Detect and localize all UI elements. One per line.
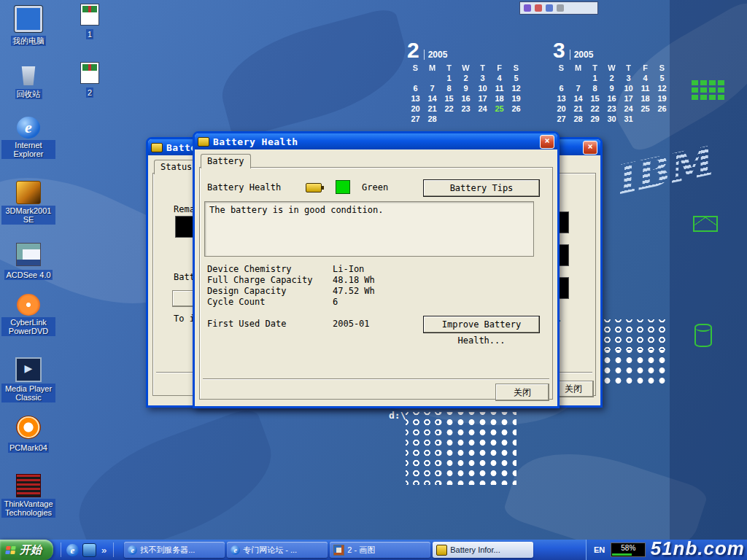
desktop-icon-powerdvd[interactable]: CyberLink PowerDVD <box>1 294 55 337</box>
calendar-day-header: T <box>441 63 457 73</box>
calendar-date: 7 <box>424 83 441 93</box>
calendar-date: 14 <box>424 93 441 104</box>
close-dialog-button[interactable]: 关闭 <box>495 384 549 401</box>
calendar-date: 8 <box>587 83 603 93</box>
desktop-icon-acdsee[interactable]: ACDSee 4.0 <box>1 243 55 281</box>
calendar-date: 9 <box>603 83 620 93</box>
calendar-date: 28 <box>570 114 587 124</box>
battery-health-tabpage: Battery Health Green Battery Tips The ba… <box>199 167 553 400</box>
language-indicator[interactable]: EN <box>594 545 605 554</box>
detail-row: Device Chemistry Li-Ion <box>207 264 528 275</box>
taskbar-task-2[interactable]: 2 - 画图 <box>330 542 430 558</box>
task-buttons: e找不到服务器...e专门网论坛 - ...2 - 画图Battery Info… <box>121 542 533 558</box>
calendar-date: 9 <box>457 83 474 93</box>
calendar-date: 1 <box>441 73 457 83</box>
calendar-date <box>491 114 508 124</box>
calendar-date <box>508 114 525 124</box>
desktop-icon-my-computer[interactable]: 我的电脑 <box>1 6 55 47</box>
condition-box: The battery is in good condition. <box>204 201 534 257</box>
pcmark04-icon <box>16 416 41 439</box>
calendar-day-header: W <box>457 63 474 73</box>
tab-battery[interactable]: Battery <box>201 154 251 168</box>
desktop-icon-label: Media Player Classic <box>1 384 55 402</box>
calendar-date: 7 <box>570 83 587 93</box>
calendar-date: 6 <box>407 83 424 93</box>
calendar-date: 30 <box>603 114 620 124</box>
desktop-file-label: 1 <box>86 29 93 39</box>
calendar-date: 8 <box>441 83 457 93</box>
task-label: 专门网论坛 - ... <box>243 545 297 556</box>
media-quicklaunch-icon[interactable] <box>82 543 96 557</box>
calendar-date <box>441 114 457 124</box>
calendar-date: 12 <box>654 83 670 93</box>
calendar-date: 10 <box>474 83 491 93</box>
detail-row: Design Capacity 47.52 Wh <box>207 286 528 297</box>
calendar-date: 31 <box>620 114 637 124</box>
battery-tips-button[interactable]: Battery Tips <box>423 179 540 197</box>
improve-battery-health-button[interactable]: Improve Battery Health... <box>423 316 540 333</box>
taskbar-separator <box>113 542 114 557</box>
calendar-day-header: W <box>603 63 620 73</box>
jpg-file-icon <box>80 62 99 84</box>
desktop-icon-internet-explorer[interactable]: Internet Explorer <box>1 117 55 160</box>
desktop-icon-label: CyberLink PowerDVD <box>1 317 55 336</box>
desktop-file-1[interactable]: 1 <box>70 4 109 40</box>
close-button[interactable] <box>540 135 554 149</box>
battery-details: Device Chemistry Li-Ion Full Charge Capa… <box>207 264 528 308</box>
battery-health-label: Battery Health <box>207 182 281 192</box>
acdsee-icon <box>16 243 41 266</box>
calendar-date: 15 <box>587 93 603 104</box>
detail-value: 6 <box>333 297 338 308</box>
calendar-date: 11 <box>637 83 654 93</box>
desktop-file-2[interactable]: 2 <box>70 62 109 98</box>
taskbar-task-1[interactable]: e专门网论坛 - ... <box>227 542 328 558</box>
calendar-date: 24 <box>620 104 637 114</box>
start-label: 开始 <box>20 543 42 557</box>
calendar-date: 18 <box>637 93 654 104</box>
calendar-date: 19 <box>654 93 670 104</box>
battery-health-window: Battery Health Battery Battery Health Gr… <box>193 131 560 408</box>
desktop-icon-3dmark2001[interactable]: 3DMark2001 SE <box>1 181 55 225</box>
battery-cylinder-icon <box>694 324 712 347</box>
tray-battery-indicator[interactable]: 58% <box>611 542 646 557</box>
detail-row: Cycle Count 6 <box>207 297 528 308</box>
desktop-icon-mpc[interactable]: Media Player Classic <box>1 357 55 403</box>
display-icon <box>535 4 542 12</box>
calendar-date: 6 <box>553 83 570 93</box>
calendar-day-header: S <box>654 63 670 73</box>
calendar-date: 16 <box>603 93 620 104</box>
calendar-year: 2005 <box>570 50 594 60</box>
calendar-date: 3 <box>474 73 491 83</box>
calendar-date <box>637 114 654 124</box>
calendar-date: 10 <box>620 83 637 93</box>
wallpaper-band <box>670 0 747 560</box>
taskbar: 开始 e » e找不到服务器...e专门网论坛 - ...2 - 画图Batte… <box>0 540 747 560</box>
battery-status-icon <box>546 4 553 12</box>
task-label: 找不到服务器... <box>140 545 195 556</box>
desktop-icon-recycle-bin[interactable]: 回收站 <box>1 64 55 100</box>
taskbar-task-0[interactable]: e找不到服务器... <box>124 542 225 558</box>
calendar-day-header: M <box>570 63 587 73</box>
calendar-date: 27 <box>553 114 570 124</box>
start-button[interactable]: 开始 <box>0 540 53 560</box>
detail-value: 2005-01 <box>333 319 370 330</box>
calendar-date: 16 <box>457 93 474 104</box>
close-button[interactable] <box>583 141 597 155</box>
desktop-icon-thinkvantage[interactable]: ThinkVantage Technologies <box>1 474 55 518</box>
ie-quicklaunch-icon[interactable]: e <box>66 544 79 556</box>
desktop-icon-label: 我的电脑 <box>11 36 46 46</box>
calendar-date: 21 <box>570 104 587 114</box>
calendar-date: 5 <box>508 73 525 83</box>
calendar-date: 21 <box>424 104 441 114</box>
to-label: To i <box>174 314 195 324</box>
battery-icon <box>436 545 447 556</box>
calendar-date: 3 <box>620 73 637 83</box>
calendar-date: 12 <box>508 83 525 93</box>
desktop-icon-pcmark04[interactable]: PCMark04 <box>1 416 55 454</box>
calendar-day-header: S <box>508 63 525 73</box>
chevron-expand-icon[interactable]: » <box>100 545 108 556</box>
battery-health-titlebar[interactable]: Battery Health <box>195 133 557 149</box>
taskbar-task-3[interactable]: Battery Infor... <box>433 542 533 558</box>
calendar-date: 14 <box>570 93 587 104</box>
battery-health-window-icon <box>198 137 209 147</box>
